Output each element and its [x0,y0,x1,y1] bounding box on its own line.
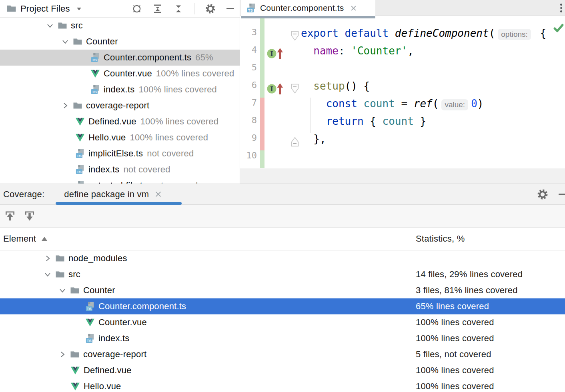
coverage-suffix: not covered [147,148,194,159]
chevron-icon[interactable] [57,286,68,294]
chevron-icon[interactable] [45,22,55,30]
ts-file-icon: TS [75,181,85,184]
code-text: const count = ref(value:0) [301,98,483,110]
coverage-statistics: 5 files, not covered [410,346,565,362]
coverage-table-row[interactable]: node_modules [0,250,565,266]
more-options-icon[interactable] [560,4,562,12]
tree-row[interactable]: TS index.ts 100% lines covered [0,82,240,98]
code-token: : [339,45,351,57]
coverage-table-row[interactable]: Counter.vue 100% lines covered [0,314,565,330]
editor-tab[interactable]: TS Counter.component.ts [241,0,375,16]
code-line[interactable]: 4 I name: 'Counter', [240,45,565,62]
code-token: = [395,98,414,110]
tree-row[interactable]: TS index.ts not covered [0,162,240,178]
file-name: Counter.vue [98,317,147,328]
coverage-statistics: 100% lines covered [410,314,565,330]
code-line[interactable]: 10 [240,150,565,168]
tree-row[interactable]: Defined.vue 100% lines covered [0,114,240,130]
toolbar-separator [194,3,194,14]
inspections-ok-checkmark-icon[interactable] [553,22,564,36]
collapse-all-icon[interactable] [173,4,184,14]
coverage-table-row[interactable]: Hello.vue 100% lines covered [0,378,565,392]
code-line[interactable]: 7 const count = ref(value:0) [240,98,565,115]
file-name: index.ts [98,333,129,344]
gutter-marker-icon[interactable]: I [266,47,286,62]
code-token: const [326,98,357,110]
locate-file-icon[interactable] [132,4,142,14]
sort-ascending-icon [42,237,47,241]
coverage-suite-tab[interactable]: define package in vm [56,184,182,204]
close-icon[interactable] [154,190,162,198]
close-icon[interactable] [350,5,357,12]
coverage-table-row[interactable]: TS Counter.component.ts 65% lines covere… [0,298,565,314]
settings-gear-icon[interactable] [205,3,216,14]
svg-text:TS: TS [87,307,92,311]
folder-icon [6,4,16,13]
coverage-table-row[interactable]: TS index.ts 100% lines covered [0,330,565,346]
line-number: 6 [240,80,257,90]
code-token: }, [301,133,326,145]
line-number: 5 [240,62,257,72]
code-line[interactable]: 9 }, [240,133,565,150]
gutter-marker-icon[interactable]: I [266,82,286,98]
column-header-element[interactable]: Element [3,228,47,250]
code-line[interactable]: 8 return { count } [240,115,565,133]
hide-panel-icon[interactable] [559,194,565,195]
inlay-hint: options: [498,29,531,40]
folder-icon [73,101,82,110]
chevron-icon[interactable] [42,254,53,262]
tree-row[interactable]: Hello.vue 100% lines covered [0,130,240,146]
folder-icon [55,254,65,263]
fold-marker-icon[interactable] [291,31,299,44]
fold-marker-icon[interactable] [291,136,299,149]
code-text: name: 'Counter', [301,45,414,57]
code-token [301,115,326,127]
hide-panel-icon[interactable] [226,8,234,9]
jump-to-next-down-icon[interactable] [24,210,36,222]
vue-file-icon [70,366,80,375]
settings-gear-icon[interactable] [537,188,549,200]
code-editor[interactable]: 2 3 export default defineComponent(optio… [240,16,565,184]
tree-row[interactable]: TS untested-file.ts not covered [0,178,240,184]
coverage-suffix: not covered [151,180,198,184]
chevron-icon[interactable] [42,270,53,278]
coverage-table-row[interactable]: src 14 files, 29% lines covered [0,266,565,282]
code-token [301,98,326,110]
coverage-table-row[interactable]: coverage-report 5 files, not covered [0,346,565,362]
code-token: ( [489,27,495,39]
chevron-icon[interactable] [60,38,70,46]
code-line[interactable]: 5 [240,62,565,80]
dropdown-arrow-icon[interactable] [76,7,82,11]
coverage-table-row[interactable]: Counter 3 files, 81% lines covered [0,282,565,298]
tree-row[interactable]: src [0,18,240,34]
tree-row[interactable]: Counter [0,34,240,50]
tree-row[interactable]: TS Counter.component.ts 65% [0,50,240,66]
editor-tab-bar: TS Counter.component.ts [240,0,565,16]
code-line[interactable]: 6 I setup() { [240,80,565,98]
jump-to-first-up-icon[interactable] [4,210,16,222]
code-token: count [364,98,395,110]
chevron-icon[interactable] [57,350,68,358]
file-name: Counter.component.ts [98,301,186,312]
file-name: coverage-report [83,349,146,360]
tree-row[interactable]: TS implicitElse.ts not covered [0,146,240,162]
folder-icon [70,286,80,295]
fold-marker-icon[interactable] [291,84,299,96]
code-token: count [383,115,414,127]
active-tab-underline [241,16,375,18]
coverage-table-row[interactable]: Defined.vue 100% lines covered [0,362,565,378]
tree-row[interactable]: Counter.vue 100% lines covered [0,66,240,82]
code-token: defineComponent [395,27,489,39]
ts-file-icon: TS [85,302,95,311]
expand-all-icon[interactable] [152,4,163,14]
code-text: setup() { [301,80,370,92]
code-line[interactable]: 3 export default defineComponent(options… [240,27,565,45]
line-number: 9 [240,133,257,143]
column-header-statistics[interactable]: Statistics, % [410,228,565,250]
svg-text:TS: TS [92,90,97,94]
file-name: Counter [83,285,115,296]
project-view-title[interactable]: Project Files [20,4,70,14]
coverage-suffix: 65% [195,52,213,63]
chevron-icon[interactable] [60,102,70,110]
tree-row[interactable]: coverage-report [0,98,240,114]
